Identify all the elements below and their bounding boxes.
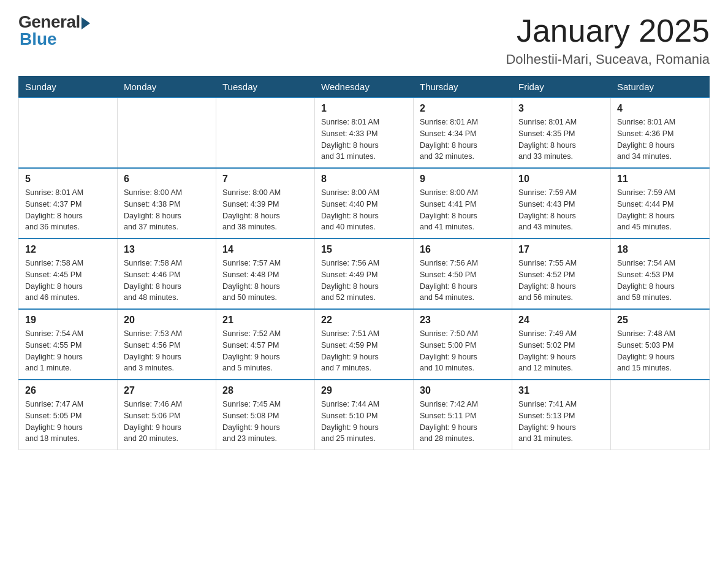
day-number: 27	[124, 385, 210, 396]
day-info: Sunrise: 7:47 AM Sunset: 5:05 PM Dayligh…	[25, 399, 111, 445]
day-info: Sunrise: 7:56 AM Sunset: 4:50 PM Dayligh…	[420, 258, 506, 304]
day-info: Sunrise: 7:58 AM Sunset: 4:45 PM Dayligh…	[25, 258, 111, 304]
calendar-title: January 2025	[506, 12, 710, 49]
day-header-wednesday: Wednesday	[315, 77, 414, 98]
day-info: Sunrise: 7:41 AM Sunset: 5:13 PM Dayligh…	[518, 399, 604, 445]
page-header: General Blue January 2025 Dolhestii-Mari…	[18, 12, 710, 67]
day-number: 2	[420, 103, 506, 114]
day-header-monday: Monday	[118, 77, 216, 98]
day-header-tuesday: Tuesday	[216, 77, 315, 98]
calendar-week-5: 26Sunrise: 7:47 AM Sunset: 5:05 PM Dayli…	[19, 380, 710, 450]
title-section: January 2025 Dolhestii-Mari, Suceava, Ro…	[506, 12, 710, 67]
calendar-cell	[118, 98, 216, 168]
day-number: 13	[124, 244, 210, 255]
day-info: Sunrise: 7:51 AM Sunset: 4:59 PM Dayligh…	[321, 328, 407, 374]
day-info: Sunrise: 8:00 AM Sunset: 4:39 PM Dayligh…	[222, 187, 308, 233]
calendar-cell: 1Sunrise: 8:01 AM Sunset: 4:33 PM Daylig…	[315, 98, 414, 168]
day-info: Sunrise: 7:44 AM Sunset: 5:10 PM Dayligh…	[321, 399, 407, 445]
calendar-cell: 25Sunrise: 7:48 AM Sunset: 5:03 PM Dayli…	[611, 309, 710, 380]
calendar-subtitle: Dolhestii-Mari, Suceava, Romania	[506, 52, 710, 67]
day-number: 15	[321, 244, 407, 255]
day-number: 24	[518, 315, 604, 326]
calendar-cell	[216, 98, 315, 168]
calendar-cell: 16Sunrise: 7:56 AM Sunset: 4:50 PM Dayli…	[414, 239, 512, 309]
calendar-week-4: 19Sunrise: 7:54 AM Sunset: 4:55 PM Dayli…	[19, 309, 710, 380]
calendar-cell: 3Sunrise: 8:01 AM Sunset: 4:35 PM Daylig…	[512, 98, 611, 168]
calendar-cell: 12Sunrise: 7:58 AM Sunset: 4:45 PM Dayli…	[19, 239, 118, 309]
day-number: 23	[420, 315, 506, 326]
calendar-cell: 19Sunrise: 7:54 AM Sunset: 4:55 PM Dayli…	[19, 309, 118, 380]
calendar-week-3: 12Sunrise: 7:58 AM Sunset: 4:45 PM Dayli…	[19, 239, 710, 309]
day-number: 8	[321, 174, 407, 185]
day-number: 11	[617, 174, 703, 185]
day-info: Sunrise: 7:50 AM Sunset: 5:00 PM Dayligh…	[420, 328, 506, 374]
day-header-friday: Friday	[512, 77, 611, 98]
calendar-cell: 27Sunrise: 7:46 AM Sunset: 5:06 PM Dayli…	[118, 380, 216, 450]
logo-arrow-icon	[82, 17, 90, 29]
day-info: Sunrise: 7:58 AM Sunset: 4:46 PM Dayligh…	[124, 258, 210, 304]
day-number: 16	[420, 244, 506, 255]
calendar-cell: 20Sunrise: 7:53 AM Sunset: 4:56 PM Dayli…	[118, 309, 216, 380]
day-info: Sunrise: 7:45 AM Sunset: 5:08 PM Dayligh…	[222, 399, 308, 445]
calendar-cell	[19, 98, 118, 168]
logo-blue-text: Blue	[18, 29, 57, 49]
day-info: Sunrise: 8:01 AM Sunset: 4:35 PM Dayligh…	[518, 117, 604, 163]
day-info: Sunrise: 7:42 AM Sunset: 5:11 PM Dayligh…	[420, 399, 506, 445]
calendar-table: SundayMondayTuesdayWednesdayThursdayFrid…	[18, 76, 710, 450]
day-number: 18	[617, 244, 703, 255]
day-number: 10	[518, 174, 604, 185]
logo: General Blue	[18, 12, 90, 49]
day-number: 25	[617, 315, 703, 326]
day-number: 21	[222, 315, 308, 326]
day-number: 4	[617, 103, 703, 114]
day-number: 6	[124, 174, 210, 185]
day-info: Sunrise: 7:57 AM Sunset: 4:48 PM Dayligh…	[222, 258, 308, 304]
day-info: Sunrise: 7:59 AM Sunset: 4:43 PM Dayligh…	[518, 187, 604, 233]
day-info: Sunrise: 7:54 AM Sunset: 4:53 PM Dayligh…	[617, 258, 703, 304]
day-info: Sunrise: 7:53 AM Sunset: 4:56 PM Dayligh…	[124, 328, 210, 374]
calendar-cell: 17Sunrise: 7:55 AM Sunset: 4:52 PM Dayli…	[512, 239, 611, 309]
calendar-cell: 28Sunrise: 7:45 AM Sunset: 5:08 PM Dayli…	[216, 380, 315, 450]
day-info: Sunrise: 8:01 AM Sunset: 4:34 PM Dayligh…	[420, 117, 506, 163]
day-info: Sunrise: 7:54 AM Sunset: 4:55 PM Dayligh…	[25, 328, 111, 374]
day-number: 26	[25, 385, 111, 396]
calendar-cell: 6Sunrise: 8:00 AM Sunset: 4:38 PM Daylig…	[118, 168, 216, 239]
day-info: Sunrise: 8:01 AM Sunset: 4:36 PM Dayligh…	[617, 117, 703, 163]
day-info: Sunrise: 7:46 AM Sunset: 5:06 PM Dayligh…	[124, 399, 210, 445]
day-header-row: SundayMondayTuesdayWednesdayThursdayFrid…	[19, 77, 710, 98]
day-number: 20	[124, 315, 210, 326]
day-info: Sunrise: 7:52 AM Sunset: 4:57 PM Dayligh…	[222, 328, 308, 374]
day-number: 1	[321, 103, 407, 114]
day-number: 3	[518, 103, 604, 114]
day-info: Sunrise: 8:01 AM Sunset: 4:33 PM Dayligh…	[321, 117, 407, 163]
calendar-cell: 9Sunrise: 8:00 AM Sunset: 4:41 PM Daylig…	[414, 168, 512, 239]
calendar-cell	[611, 380, 710, 450]
day-info: Sunrise: 7:49 AM Sunset: 5:02 PM Dayligh…	[518, 328, 604, 374]
calendar-cell: 24Sunrise: 7:49 AM Sunset: 5:02 PM Dayli…	[512, 309, 611, 380]
day-info: Sunrise: 7:56 AM Sunset: 4:49 PM Dayligh…	[321, 258, 407, 304]
calendar-cell: 18Sunrise: 7:54 AM Sunset: 4:53 PM Dayli…	[611, 239, 710, 309]
calendar-header: SundayMondayTuesdayWednesdayThursdayFrid…	[19, 77, 710, 98]
day-info: Sunrise: 7:48 AM Sunset: 5:03 PM Dayligh…	[617, 328, 703, 374]
calendar-cell: 23Sunrise: 7:50 AM Sunset: 5:00 PM Dayli…	[414, 309, 512, 380]
day-number: 12	[25, 244, 111, 255]
day-info: Sunrise: 8:01 AM Sunset: 4:37 PM Dayligh…	[25, 187, 111, 233]
calendar-cell: 21Sunrise: 7:52 AM Sunset: 4:57 PM Dayli…	[216, 309, 315, 380]
calendar-cell: 4Sunrise: 8:01 AM Sunset: 4:36 PM Daylig…	[611, 98, 710, 168]
calendar-cell: 22Sunrise: 7:51 AM Sunset: 4:59 PM Dayli…	[315, 309, 414, 380]
day-header-thursday: Thursday	[414, 77, 512, 98]
calendar-cell: 26Sunrise: 7:47 AM Sunset: 5:05 PM Dayli…	[19, 380, 118, 450]
calendar-cell: 15Sunrise: 7:56 AM Sunset: 4:49 PM Dayli…	[315, 239, 414, 309]
day-header-saturday: Saturday	[611, 77, 710, 98]
day-number: 17	[518, 244, 604, 255]
day-number: 14	[222, 244, 308, 255]
calendar-week-1: 1Sunrise: 8:01 AM Sunset: 4:33 PM Daylig…	[19, 98, 710, 168]
day-info: Sunrise: 8:00 AM Sunset: 4:38 PM Dayligh…	[124, 187, 210, 233]
calendar-week-2: 5Sunrise: 8:01 AM Sunset: 4:37 PM Daylig…	[19, 168, 710, 239]
calendar-body: 1Sunrise: 8:01 AM Sunset: 4:33 PM Daylig…	[19, 98, 710, 450]
calendar-cell: 30Sunrise: 7:42 AM Sunset: 5:11 PM Dayli…	[414, 380, 512, 450]
calendar-cell: 14Sunrise: 7:57 AM Sunset: 4:48 PM Dayli…	[216, 239, 315, 309]
day-number: 29	[321, 385, 407, 396]
calendar-cell: 10Sunrise: 7:59 AM Sunset: 4:43 PM Dayli…	[512, 168, 611, 239]
day-header-sunday: Sunday	[19, 77, 118, 98]
